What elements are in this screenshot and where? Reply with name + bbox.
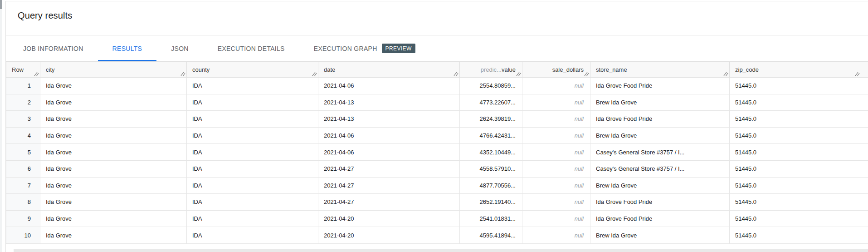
cell-county: IDA (187, 111, 318, 128)
column-header-label: zip_code (735, 66, 759, 73)
tab-label: EXECUTION DETAILS (218, 45, 285, 52)
cell-date: 2021-04-27 (318, 194, 460, 211)
column-header-county[interactable]: county (187, 62, 318, 78)
cell-city: Ida Grove (40, 210, 187, 227)
column-header-label: sale_dollars (552, 66, 584, 73)
column-header-label: value (502, 66, 516, 73)
column-header-sale_dollars[interactable]: sale_dollars (522, 62, 590, 78)
tab-job-information[interactable]: JOB INFORMATION (9, 35, 98, 61)
tab-label: JSON (171, 45, 189, 52)
cell-zip_code: 51445.0 (730, 160, 861, 177)
column-resize-handle-icon[interactable] (584, 71, 589, 76)
query-results-screen: Query results JOB INFORMATIONRESULTSJSON… (0, 0, 868, 252)
column-resize-handle-icon[interactable] (180, 71, 185, 76)
cell-predicted_value: 4766.42431... (460, 127, 522, 144)
cell-city: Ida Grove (40, 177, 187, 194)
column-resize-handle-icon[interactable] (453, 71, 458, 76)
cell-predicted_value: 4877.70556... (460, 177, 522, 194)
cell-store_name: Casey's General Store #3757 / I... (590, 160, 730, 177)
table-row: 3Ida GroveIDA2021-04-132624.39819...null… (6, 111, 868, 128)
column-resize-handle-icon[interactable] (723, 71, 728, 76)
cell-county: IDA (187, 177, 318, 194)
cell-zip_code: 51445.0 (730, 94, 861, 111)
cell-store_name: Ida Grove Food Pride (590, 111, 730, 128)
cell-filler (861, 94, 868, 111)
cell-city: Ida Grove (40, 127, 187, 144)
cell-predicted_value: 4773.22607... (460, 94, 522, 111)
cell-city: Ida Grove (40, 160, 187, 177)
cell-row: 1 (6, 78, 40, 94)
table-row: 5Ida GroveIDA2021-04-064352.10449...null… (6, 144, 868, 161)
column-resize-handle-icon[interactable] (516, 71, 521, 76)
cell-filler (861, 78, 868, 94)
tab-execution-details[interactable]: EXECUTION DETAILS (203, 35, 299, 61)
cell-date: 2021-04-20 (318, 227, 460, 244)
results-table: Rowcitycountydatepredic...valuesale_doll… (6, 61, 868, 244)
panel-header: Query results (6, 1, 868, 35)
cell-store_name: Brew Ida Grove (590, 127, 730, 144)
cell-date: 2021-04-13 (318, 94, 460, 111)
cell-store_name: Brew Ida Grove (590, 177, 730, 194)
cell-date: 2021-04-06 (318, 127, 460, 144)
tab-bar: JOB INFORMATIONRESULTSJSONEXECUTION DETA… (6, 35, 868, 61)
vertical-scrollbar[interactable] (0, 0, 2, 252)
cell-city: Ida Grove (40, 227, 187, 244)
cell-row: 8 (6, 194, 40, 211)
cell-date: 2021-04-06 (318, 144, 460, 161)
vertical-scrollbar-thumb[interactable] (0, 0, 2, 9)
tab-execution-graph[interactable]: EXECUTION GRAPHPREVIEW (299, 35, 430, 61)
column-header-truncated-prefix: predic... (481, 66, 502, 73)
column-header-date[interactable]: date (318, 62, 460, 78)
cell-city: Ida Grove (40, 111, 187, 128)
cell-county: IDA (187, 78, 318, 94)
column-header-store_name[interactable]: store_name (590, 62, 730, 78)
table-row: 10Ida GroveIDA2021-04-204595.41894...nul… (6, 227, 868, 244)
cell-zip_code: 51445.0 (730, 127, 861, 144)
cell-zip_code: 51445.0 (730, 194, 861, 211)
cell-city: Ida Grove (40, 94, 187, 111)
tab-label: RESULTS (112, 45, 142, 52)
table-row: 2Ida GroveIDA2021-04-134773.22607...null… (6, 94, 868, 111)
cell-city: Ida Grove (40, 194, 187, 211)
tab-label: EXECUTION GRAPH (314, 45, 377, 52)
cell-county: IDA (187, 210, 318, 227)
column-resize-handle-icon[interactable] (34, 71, 39, 76)
column-header-label: county (192, 66, 210, 73)
cell-row: 7 (6, 177, 40, 194)
cell-sale_dollars: null (522, 94, 590, 111)
table-row: 7Ida GroveIDA2021-04-274877.70556...null… (6, 177, 868, 194)
cell-store_name: Ida Grove Food Pride (590, 78, 730, 94)
cell-sale_dollars: null (522, 210, 590, 227)
column-header-row[interactable]: Row (6, 62, 40, 78)
cell-filler (861, 227, 868, 244)
cell-predicted_value: 2652.19140... (460, 194, 522, 211)
cell-store_name: Brew Ida Grove (590, 94, 730, 111)
preview-badge: PREVIEW (382, 44, 415, 53)
cell-predicted_value: 4595.41894... (460, 227, 522, 244)
column-resize-handle-icon[interactable] (854, 71, 860, 76)
column-header-zip_code[interactable]: zip_code (730, 62, 861, 78)
cell-zip_code: 51445.0 (730, 210, 861, 227)
header-row: Rowcitycountydatepredic...valuesale_doll… (6, 62, 868, 78)
column-header-city[interactable]: city (40, 62, 187, 78)
cell-predicted_value: 2554.80859... (460, 78, 522, 94)
cell-city: Ida Grove (40, 144, 187, 161)
cell-date: 2021-04-13 (318, 111, 460, 128)
tab-results[interactable]: RESULTS (98, 35, 157, 61)
cell-predicted_value: 2624.39819... (460, 111, 522, 128)
cell-zip_code: 51445.0 (730, 177, 861, 194)
cell-row: 3 (6, 111, 40, 128)
column-resize-handle-icon[interactable] (312, 71, 317, 76)
tab-json[interactable]: JSON (156, 35, 203, 61)
cell-zip_code: 51445.0 (730, 111, 861, 128)
cell-county: IDA (187, 127, 318, 144)
column-header-filler (861, 62, 868, 78)
table-row: 4Ida GroveIDA2021-04-064766.42431...null… (6, 127, 868, 144)
cell-zip_code: 51445.0 (730, 78, 861, 94)
tab-label: JOB INFORMATION (23, 45, 83, 52)
column-header-predicted_value[interactable]: predic...value (460, 62, 522, 78)
cell-row: 4 (6, 127, 40, 144)
cell-county: IDA (187, 94, 318, 111)
cell-filler (861, 194, 868, 211)
horizontal-scrollbar[interactable] (14, 249, 868, 252)
